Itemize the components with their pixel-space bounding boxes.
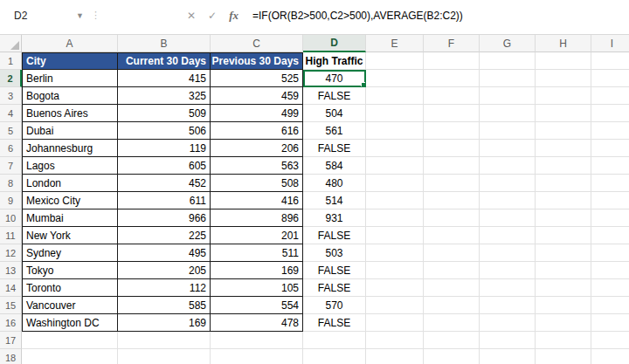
- cell-A16[interactable]: Washington DC: [22, 314, 118, 332]
- cell-E2[interactable]: [366, 70, 424, 87]
- cell-I6[interactable]: [591, 140, 629, 157]
- column-header-H[interactable]: H: [536, 35, 591, 52]
- cell-G6[interactable]: [480, 140, 536, 157]
- cell-B10[interactable]: 966: [118, 209, 211, 227]
- cell-B17[interactable]: [118, 332, 211, 349]
- cell-E16[interactable]: [366, 314, 424, 332]
- cell-F2[interactable]: [424, 70, 480, 87]
- cell-F10[interactable]: [424, 209, 480, 227]
- row-header-5[interactable]: 5: [0, 122, 22, 140]
- cell-F13[interactable]: [424, 262, 480, 279]
- cell-E3[interactable]: [366, 87, 424, 105]
- cell-D18[interactable]: [303, 349, 366, 364]
- column-header-D[interactable]: D: [303, 35, 366, 52]
- cell-A15[interactable]: Vancouver: [22, 297, 118, 314]
- cell-H9[interactable]: [536, 192, 591, 209]
- cell-F3[interactable]: [424, 87, 480, 105]
- cell-D9[interactable]: 514: [303, 192, 366, 209]
- cell-F12[interactable]: [424, 244, 480, 262]
- column-header-E[interactable]: E: [366, 35, 424, 52]
- cell-B6[interactable]: 119: [118, 140, 211, 157]
- cell-H7[interactable]: [536, 157, 591, 175]
- cell-D2[interactable]: 470: [303, 70, 366, 87]
- cell-C4[interactable]: 499: [211, 105, 303, 122]
- cell-E7[interactable]: [366, 157, 424, 175]
- cell-F15[interactable]: [424, 297, 480, 314]
- cell-H5[interactable]: [536, 122, 591, 140]
- cell-F18[interactable]: [424, 349, 480, 364]
- cell-I9[interactable]: [591, 192, 629, 209]
- cell-B5[interactable]: 506: [118, 122, 211, 140]
- cancel-icon[interactable]: ✕: [187, 10, 196, 22]
- row-header-16[interactable]: 16: [0, 314, 22, 332]
- column-header-B[interactable]: B: [118, 35, 211, 52]
- cell-F4[interactable]: [424, 105, 480, 122]
- cell-C11[interactable]: 201: [211, 227, 303, 244]
- cell-A4[interactable]: Buenos Aires: [22, 105, 118, 122]
- cell-H16[interactable]: [536, 314, 591, 332]
- cell-F14[interactable]: [424, 279, 480, 297]
- cell-E14[interactable]: [366, 279, 424, 297]
- cell-I2[interactable]: [591, 70, 629, 87]
- row-header-13[interactable]: 13: [0, 262, 22, 279]
- cell-I13[interactable]: [591, 262, 629, 279]
- cell-H10[interactable]: [536, 209, 591, 227]
- name-box-splitter[interactable]: ⋮: [87, 10, 103, 21]
- cell-C15[interactable]: 554: [211, 297, 303, 314]
- column-header-G[interactable]: G: [480, 35, 536, 52]
- cell-C2[interactable]: 525: [211, 70, 303, 87]
- row-header-9[interactable]: 9: [0, 192, 22, 209]
- cell-D10[interactable]: 931: [303, 209, 366, 227]
- cell-A2[interactable]: Berlin: [22, 70, 118, 87]
- cell-G2[interactable]: [480, 70, 536, 87]
- cell-B18[interactable]: [118, 349, 211, 364]
- cell-G7[interactable]: [480, 157, 536, 175]
- cell-D5[interactable]: 561: [303, 122, 366, 140]
- cell-F9[interactable]: [424, 192, 480, 209]
- cell-D14[interactable]: FALSE: [303, 279, 366, 297]
- row-header-7[interactable]: 7: [0, 157, 22, 175]
- cell-D11[interactable]: FALSE: [303, 227, 366, 244]
- cell-H12[interactable]: [536, 244, 591, 262]
- cell-A12[interactable]: Sydney: [22, 244, 118, 262]
- cell-C16[interactable]: 478: [211, 314, 303, 332]
- cell-E13[interactable]: [366, 262, 424, 279]
- cell-E10[interactable]: [366, 209, 424, 227]
- cell-G10[interactable]: [480, 209, 536, 227]
- cell-C6[interactable]: 206: [211, 140, 303, 157]
- cell-G17[interactable]: [480, 332, 536, 349]
- cell-G12[interactable]: [480, 244, 536, 262]
- cell-B14[interactable]: 112: [118, 279, 211, 297]
- row-header-4[interactable]: 4: [0, 105, 22, 122]
- cell-G1[interactable]: [480, 52, 536, 70]
- cell-C17[interactable]: [211, 332, 303, 349]
- row-header-14[interactable]: 14: [0, 279, 22, 297]
- cell-H8[interactable]: [536, 175, 591, 192]
- cell-I16[interactable]: [591, 314, 629, 332]
- cell-I3[interactable]: [591, 87, 629, 105]
- cell-B16[interactable]: 169: [118, 314, 211, 332]
- cell-A6[interactable]: Johannesburg: [22, 140, 118, 157]
- chevron-down-icon[interactable]: ▼: [73, 11, 84, 20]
- cell-E5[interactable]: [366, 122, 424, 140]
- row-header-10[interactable]: 10: [0, 209, 22, 227]
- cell-I1[interactable]: [591, 52, 629, 70]
- cell-D16[interactable]: FALSE: [303, 314, 366, 332]
- cell-I11[interactable]: [591, 227, 629, 244]
- cell-B12[interactable]: 495: [118, 244, 211, 262]
- cell-F7[interactable]: [424, 157, 480, 175]
- cell-C9[interactable]: 416: [211, 192, 303, 209]
- cell-A14[interactable]: Toronto: [22, 279, 118, 297]
- cell-E8[interactable]: [366, 175, 424, 192]
- cell-I15[interactable]: [591, 297, 629, 314]
- cell-E9[interactable]: [366, 192, 424, 209]
- cell-I4[interactable]: [591, 105, 629, 122]
- cell-B9[interactable]: 611: [118, 192, 211, 209]
- cell-B4[interactable]: 509: [118, 105, 211, 122]
- row-header-1[interactable]: 1: [0, 52, 22, 70]
- cell-B1[interactable]: Current 30 Days: [118, 52, 211, 70]
- cell-G15[interactable]: [480, 297, 536, 314]
- cell-D7[interactable]: 584: [303, 157, 366, 175]
- cell-D6[interactable]: FALSE: [303, 140, 366, 157]
- cell-B7[interactable]: 605: [118, 157, 211, 175]
